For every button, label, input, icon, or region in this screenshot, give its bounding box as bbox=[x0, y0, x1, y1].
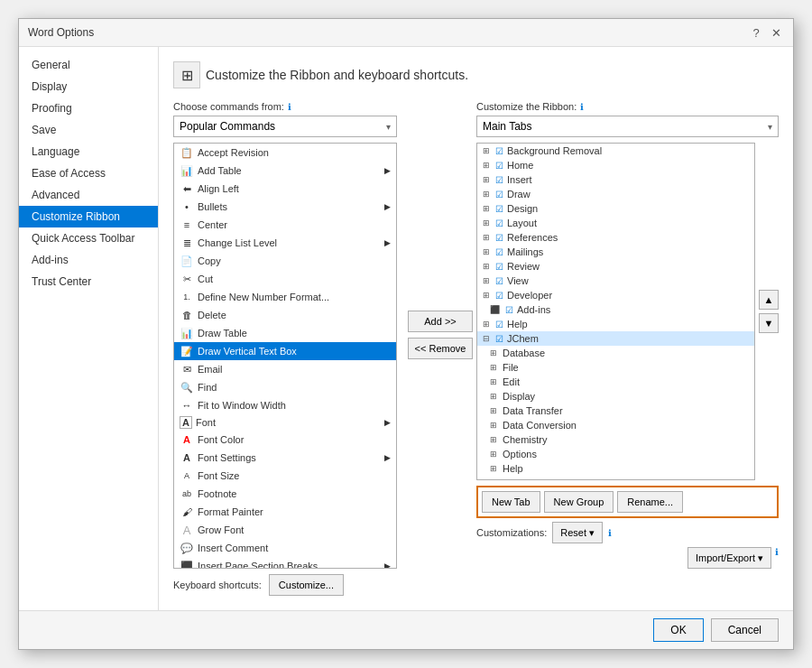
sidebar-item-advanced[interactable]: Advanced bbox=[19, 184, 158, 206]
customize-keyboard-button[interactable]: Customize... bbox=[269, 574, 344, 596]
commands-list[interactable]: 📋Accept Revision 📊Add Table▶ ⬅Align Left… bbox=[173, 143, 397, 569]
move-up-button[interactable]: ▲ bbox=[759, 290, 779, 310]
left-dropdown[interactable]: Popular Commands ▾ bbox=[173, 116, 397, 137]
ribbon-item[interactable]: ⊞ File bbox=[477, 360, 754, 375]
section-title: ⊞ Customize the Ribbon and keyboard shor… bbox=[173, 61, 779, 88]
item-icon: 📄 bbox=[180, 254, 194, 268]
sidebar-item-trust-center[interactable]: Trust Center bbox=[19, 271, 158, 292]
ribbon-item[interactable]: ⊞☑Design bbox=[477, 201, 754, 216]
add-button[interactable]: Add >> bbox=[408, 311, 473, 332]
section-title-text: Customize the Ribbon and keyboard shortc… bbox=[206, 68, 468, 82]
ribbon-item[interactable]: ⊞ Data Conversion bbox=[477, 418, 754, 432]
list-item[interactable]: AFont Color bbox=[174, 431, 396, 449]
help-button[interactable]: ? bbox=[748, 24, 764, 41]
sidebar-item-save[interactable]: Save bbox=[19, 119, 158, 141]
list-item[interactable]: ✉Email bbox=[174, 360, 396, 378]
list-item[interactable]: ≣Change List Level▶ bbox=[174, 234, 396, 252]
ribbon-item-developer[interactable]: ⊞☑Developer bbox=[477, 288, 754, 302]
import-export-dropdown[interactable]: Import/Export ▾ bbox=[687, 547, 771, 569]
word-options-dialog: Word Options ? ✕ GeneralDisplayProofingS… bbox=[18, 18, 794, 650]
list-item[interactable]: ⬛Insert Page Section Breaks▶ bbox=[174, 557, 396, 569]
list-item[interactable]: AFont▶ bbox=[174, 414, 396, 431]
customizations-label: Customizations: bbox=[476, 527, 547, 538]
list-item[interactable]: •Bullets▶ bbox=[174, 198, 396, 216]
sidebar-item-general[interactable]: General bbox=[19, 54, 158, 76]
sidebar-item-customize-ribbon[interactable]: Customize Ribbon bbox=[19, 206, 158, 227]
rename-button[interactable]: Rename... bbox=[617, 491, 683, 513]
move-down-button[interactable]: ▼ bbox=[759, 313, 779, 333]
bottom-action-area: New Tab New Group Rename... Customizatio… bbox=[476, 486, 779, 569]
ribbon-item[interactable]: ⊞☑Review bbox=[477, 259, 754, 274]
list-item[interactable]: ✂Cut bbox=[174, 270, 396, 288]
list-item[interactable]: 💬Insert Comment bbox=[174, 539, 396, 557]
right-info-icon: ℹ bbox=[580, 102, 584, 112]
highlighted-buttons: New Tab New Group Rename... bbox=[476, 486, 779, 518]
reset-dropdown[interactable]: Reset ▾ bbox=[552, 522, 603, 543]
sidebar-item-add-ins[interactable]: Add-ins bbox=[19, 249, 158, 271]
ribbon-item[interactable]: ⊞☑Draw bbox=[477, 187, 754, 201]
new-group-button[interactable]: New Group bbox=[544, 491, 614, 513]
list-item[interactable]: ⬅Align Left bbox=[174, 180, 396, 198]
remove-button[interactable]: << Remove bbox=[408, 338, 473, 359]
list-item[interactable]: 📊Draw Table bbox=[174, 324, 396, 342]
list-item[interactable]: abFootnote bbox=[174, 485, 396, 503]
import-export-info-icon: ℹ bbox=[775, 547, 779, 569]
ribbon-item[interactable]: ⊞☑Home bbox=[477, 158, 754, 172]
new-tab-button[interactable]: New Tab bbox=[482, 491, 540, 513]
ribbon-item[interactable]: ⊞☑Mailings bbox=[477, 245, 754, 259]
list-item[interactable]: 1.Define New Number Format... bbox=[174, 288, 396, 306]
item-icon: 🖌 bbox=[180, 505, 194, 519]
left-col-label: Choose commands from: ℹ bbox=[173, 101, 397, 112]
sidebar-item-proofing[interactable]: Proofing bbox=[19, 97, 158, 119]
item-icon: A bbox=[180, 416, 192, 429]
ribbon-item[interactable]: ⊞☑View bbox=[477, 274, 754, 288]
item-icon: ✂ bbox=[180, 272, 194, 286]
cancel-button[interactable]: Cancel bbox=[711, 618, 779, 642]
ribbon-item[interactable]: ⊞ Help bbox=[477, 461, 754, 476]
list-item[interactable]: 📋Accept Revision bbox=[174, 144, 396, 162]
ribbon-item[interactable]: ⊞ Edit bbox=[477, 375, 754, 389]
list-item[interactable]: ≡Center bbox=[174, 216, 396, 234]
right-dropdown[interactable]: Main Tabs ▾ bbox=[476, 116, 779, 137]
ribbon-item[interactable]: ⊞ Chemistry bbox=[477, 432, 754, 447]
columns-area: Choose commands from: ℹ Popular Commands… bbox=[173, 101, 779, 569]
main-content: ⊞ Customize the Ribbon and keyboard shor… bbox=[159, 47, 793, 610]
sidebar-item-quick-access-toolbar[interactable]: Quick Access Toolbar bbox=[19, 227, 158, 249]
ribbon-item[interactable]: ⊞ Database bbox=[477, 346, 754, 360]
ribbon-item[interactable]: ⊞ Options bbox=[477, 447, 754, 461]
item-icon: A bbox=[180, 469, 194, 483]
list-item[interactable]: 📊Add Table▶ bbox=[174, 162, 396, 180]
import-export-label: Import/Export ▾ bbox=[696, 552, 763, 564]
left-column: Choose commands from: ℹ Popular Commands… bbox=[173, 101, 397, 569]
item-icon: 1. bbox=[180, 290, 194, 304]
item-icon: ≡ bbox=[180, 218, 194, 232]
customizations-info-icon: ℹ bbox=[608, 528, 612, 538]
list-item[interactable]: 🖌Format Painter bbox=[174, 503, 396, 521]
list-item-draw-vertical[interactable]: 📝Draw Vertical Text Box bbox=[174, 342, 396, 360]
ribbon-item[interactable]: ⊞☑Background Removal bbox=[477, 144, 754, 158]
list-item[interactable]: 🔍Find bbox=[174, 378, 396, 396]
list-item[interactable]: AGrow Font bbox=[174, 521, 396, 539]
list-item[interactable]: AFont Size bbox=[174, 467, 396, 485]
dialog-body: GeneralDisplayProofingSaveLanguageEase o… bbox=[19, 47, 793, 610]
sidebar-item-language[interactable]: Language bbox=[19, 141, 158, 162]
ribbon-item[interactable]: ⊞ Data Transfer bbox=[477, 404, 754, 418]
list-item[interactable]: ↔Fit to Window Width bbox=[174, 396, 396, 414]
ok-button[interactable]: OK bbox=[653, 618, 703, 642]
ribbon-item[interactable]: ⊞☑Insert bbox=[477, 172, 754, 187]
list-item[interactable]: AFont Settings▶ bbox=[174, 449, 396, 467]
ribbon-item[interactable]: ⊞☑References bbox=[477, 230, 754, 245]
ribbon-item[interactable]: ⊞☑Layout bbox=[477, 216, 754, 230]
ribbon-item[interactable]: ⊞ Display bbox=[477, 389, 754, 404]
item-icon: 📋 bbox=[180, 145, 194, 160]
item-icon: 🗑 bbox=[180, 308, 194, 322]
ribbon-item-help[interactable]: ⊞☑Help bbox=[477, 317, 754, 331]
ribbon-item-jchem[interactable]: ⊟☑JChem bbox=[477, 331, 754, 346]
list-item[interactable]: 🗑Delete bbox=[174, 306, 396, 324]
list-item[interactable]: 📄Copy bbox=[174, 252, 396, 270]
sidebar-item-display[interactable]: Display bbox=[19, 76, 158, 97]
ribbon-list[interactable]: ⊞☑Background Removal ⊞☑Home ⊞☑Insert ⊞☑D… bbox=[476, 143, 755, 480]
close-button[interactable]: ✕ bbox=[768, 24, 784, 41]
ribbon-item-addins[interactable]: ⬛☑Add-ins bbox=[477, 302, 754, 317]
sidebar-item-ease-of-access[interactable]: Ease of Access bbox=[19, 162, 158, 184]
